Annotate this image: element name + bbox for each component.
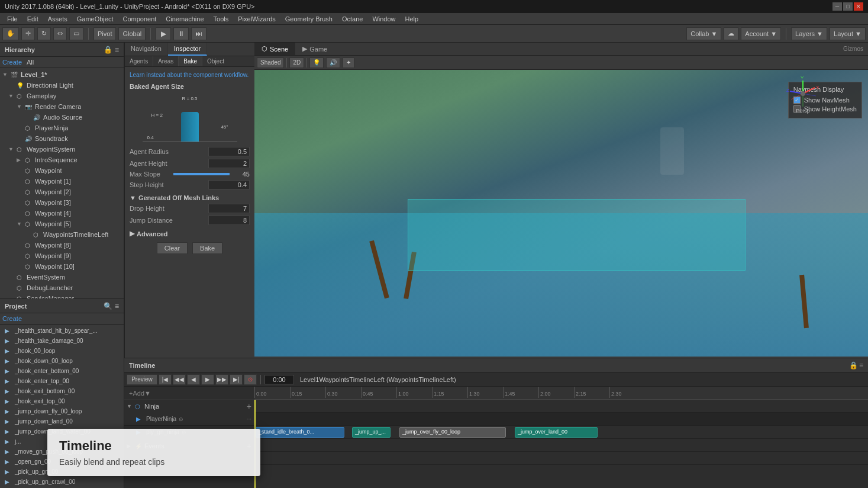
- project-search-icon[interactable]: 🔍: [104, 302, 112, 310]
- scene-effects-btn[interactable]: ✦: [343, 57, 354, 68]
- rotate-tool-button[interactable]: ↻: [37, 27, 51, 40]
- global-button[interactable]: Global: [118, 27, 146, 40]
- tl-record-btn[interactable]: ⊙: [244, 374, 257, 385]
- jump-distance-value[interactable]: 8: [208, 216, 250, 225]
- hierarchy-lock-icon[interactable]: 🔒: [104, 46, 112, 54]
- tl-play-btn[interactable]: ▶: [201, 374, 214, 385]
- playerninja-track[interactable]: ▶ PlayerNinja ⊙ ···: [124, 413, 254, 426]
- menu-window[interactable]: Window: [367, 14, 400, 24]
- timeline-lock-icon[interactable]: 🔒: [849, 361, 858, 370]
- drop-height-value[interactable]: 7: [208, 204, 250, 213]
- hierarchy-menu-icon[interactable]: ≡: [115, 46, 119, 54]
- tl-prev-frame-btn[interactable]: ◀◀: [173, 374, 186, 385]
- menu-tools[interactable]: Tools: [209, 14, 234, 24]
- minimize-button[interactable]: ─: [832, 2, 842, 11]
- hier-waypoint1[interactable]: ⬡ Waypoint [1]: [0, 176, 124, 187]
- clip-jump-land[interactable]: _jump_over_land_00: [515, 427, 598, 438]
- hier-waypointsystem[interactable]: ▼ ⬡ WaypointSystem: [0, 144, 124, 155]
- hier-directionallight[interactable]: 💡 Directional Light: [0, 80, 124, 91]
- tl-next-btn[interactable]: ▶▶: [215, 374, 228, 385]
- hier-eventsystem[interactable]: ⬡ EventSystem: [0, 272, 124, 282]
- ninja-track-header[interactable]: ▼ ⬡ Ninja +: [124, 400, 254, 413]
- menu-component[interactable]: Component: [118, 14, 161, 24]
- proj-item[interactable]: ▶ _hook_enter_top_00: [0, 376, 124, 386]
- maximize-button[interactable]: □: [843, 2, 853, 11]
- hier-introsequence[interactable]: ▶ ⬡ IntroSequence: [0, 155, 124, 165]
- proj-item[interactable]: ▶ _pick_up_gn_crawl_00: [0, 477, 124, 487]
- inspector-tab[interactable]: Inspector: [168, 43, 207, 56]
- 2d-button[interactable]: 2D: [289, 57, 304, 68]
- pivot-button[interactable]: Pivot: [93, 27, 116, 40]
- play-button[interactable]: ▶: [156, 27, 171, 40]
- nav-areas-tab[interactable]: Areas: [153, 56, 179, 66]
- hier-debuglauncher[interactable]: ⬡ DebugLauncher: [0, 282, 124, 293]
- close-button[interactable]: ✕: [854, 2, 863, 11]
- clear-button[interactable]: Clear: [157, 242, 188, 254]
- scene-lights-btn[interactable]: 💡: [309, 57, 324, 68]
- hier-waypoint5[interactable]: ▼ ⬡ Waypoint [5]: [0, 219, 124, 229]
- hier-playerninja[interactable]: ⬡ PlayerNinja: [0, 123, 124, 133]
- tl-goto-end-btn[interactable]: ▶|: [230, 374, 243, 385]
- step-button[interactable]: ⏭: [191, 27, 206, 40]
- clip-stand-idle[interactable]: _stand_idle_breath_0...: [256, 427, 344, 438]
- hier-waypointstimelineleft[interactable]: ⬡ WaypointsTimelineLeft: [0, 229, 124, 240]
- shading-dropdown[interactable]: Shaded: [257, 57, 284, 68]
- pause-button[interactable]: ⏸: [173, 27, 189, 40]
- workflow-link[interactable]: Learn instead about the component workfl…: [130, 72, 250, 78]
- scene-tab[interactable]: ⬡ Scene: [254, 43, 295, 55]
- hier-rendercamera[interactable]: ▼ 📷 Render Camera: [0, 101, 124, 112]
- hand-tool-button[interactable]: ✋: [2, 27, 19, 40]
- timeline-menu-icon[interactable]: ≡: [859, 361, 863, 370]
- navigation-tab[interactable]: Navigation: [125, 43, 168, 56]
- menu-edit[interactable]: Edit: [22, 14, 43, 24]
- hier-audiosource[interactable]: 🔊 Audio Source: [0, 112, 124, 123]
- project-create-btn[interactable]: Create: [2, 315, 22, 322]
- hier-gameplay[interactable]: ▼ ⬡ Gameplay: [0, 91, 124, 101]
- proj-item[interactable]: ▶ _jump_down_land_00: [0, 416, 124, 426]
- nav-bake-tab[interactable]: Bake: [179, 56, 202, 66]
- hier-waypoint10[interactable]: ⬡ Waypoint [10]: [0, 261, 124, 272]
- game-tab[interactable]: ▶ Game: [295, 43, 334, 55]
- hierarchy-create-btn[interactable]: Create: [2, 59, 22, 66]
- timeline-timecode[interactable]: 0:00: [264, 375, 294, 384]
- hier-waypoint3[interactable]: ⬡ Waypoint [3]: [0, 197, 124, 208]
- hier-level1[interactable]: ▼ 🎬 Level_1*: [0, 69, 124, 80]
- proj-item[interactable]: ▶ _hook_exit_bottom_00: [0, 386, 124, 396]
- preview-button[interactable]: Preview: [127, 374, 157, 385]
- clip-jump-fly[interactable]: _jump_over_fly_00_loop: [399, 427, 506, 438]
- proj-item[interactable]: ▶ _hook_down_00_loop: [0, 356, 124, 366]
- menu-geometry-brush[interactable]: Geometry Brush: [280, 14, 337, 24]
- bake-button[interactable]: Bake: [192, 242, 222, 254]
- hier-waypoint4[interactable]: ⬡ Waypoint [4]: [0, 208, 124, 219]
- proj-item[interactable]: ▶ _hook_enter_bottom_00: [0, 366, 124, 376]
- layout-button[interactable]: Layout ▼: [830, 27, 866, 40]
- rect-tool-button[interactable]: ▭: [69, 27, 83, 40]
- scene-audio-btn[interactable]: 🔊: [326, 57, 340, 68]
- cloud-button[interactable]: ☁: [724, 27, 738, 40]
- proj-item[interactable]: ▶ _hook_exit_top_00: [0, 396, 124, 406]
- hier-soundtrack[interactable]: 🔊 Soundtrack: [0, 133, 124, 144]
- menu-help[interactable]: Help: [401, 14, 424, 24]
- collab-button[interactable]: Collab ▼: [686, 27, 721, 40]
- nav-object-tab[interactable]: Object: [202, 56, 229, 66]
- step-height-value[interactable]: 0.4: [208, 180, 250, 190]
- account-button[interactable]: Account ▼: [741, 27, 781, 40]
- menu-assets[interactable]: Assets: [43, 14, 72, 24]
- tl-prev-btn[interactable]: ◀: [187, 374, 200, 385]
- hier-servicemanager[interactable]: ⬡ ServiceManager: [0, 293, 124, 298]
- layers-button[interactable]: Layers ▼: [791, 27, 827, 40]
- agent-height-value[interactable]: 2: [208, 159, 250, 168]
- nav-agents-tab[interactable]: Agents: [125, 56, 153, 66]
- project-menu-icon[interactable]: ≡: [115, 302, 119, 310]
- menu-file[interactable]: File: [2, 14, 22, 24]
- agent-radius-value[interactable]: 0.5: [208, 147, 250, 156]
- proj-item[interactable]: ▶ _jump_down_fly_00_loop: [0, 406, 124, 416]
- menu-gameobject[interactable]: GameObject: [72, 14, 118, 24]
- proj-item[interactable]: ▶ _health_take_damage_00: [0, 336, 124, 346]
- timeline-add-btn[interactable]: + Add▼: [124, 387, 254, 400]
- proj-item[interactable]: ▶ _health_stand_hit_by_spear_...: [0, 326, 124, 336]
- hier-waypoint[interactable]: ⬡ Waypoint: [0, 165, 124, 176]
- menu-pixelwizards[interactable]: PixelWizards: [233, 14, 280, 24]
- menu-octane[interactable]: Octane: [337, 14, 367, 24]
- scale-tool-button[interactable]: ⇔: [53, 27, 67, 40]
